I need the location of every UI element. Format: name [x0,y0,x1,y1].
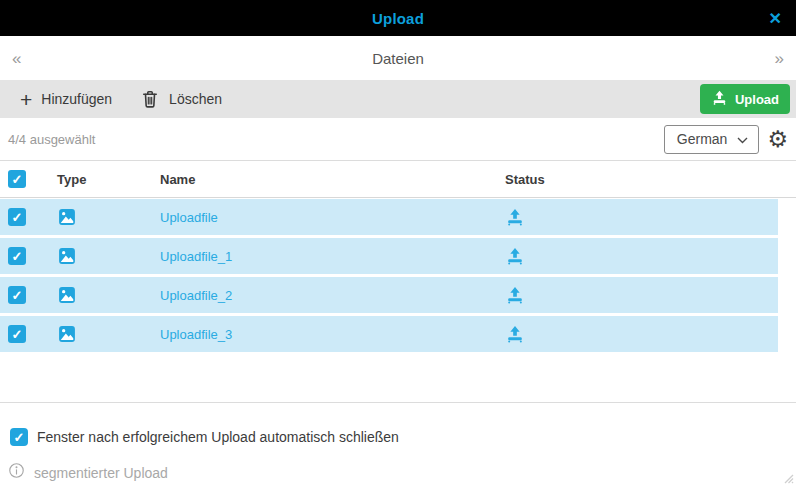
row-checkbox[interactable]: ✓ [8,325,26,343]
gear-icon[interactable]: ⚙ [767,128,788,151]
segmented-upload-label: segmentierter Upload [34,465,168,481]
autoclose-option: ✓ Fenster nach erfolgreichem Upload auto… [10,428,399,446]
column-header-type: Type [57,172,86,187]
upload-status-icon [505,324,525,344]
table-row[interactable]: ✓ Uploadfile_2 [0,277,778,313]
language-select-value: German [677,131,728,147]
prev-page-icon[interactable]: « [12,50,21,67]
resize-grip-icon[interactable] [780,470,794,488]
upload-button-label: Upload [735,92,779,107]
upload-status-icon [505,207,525,227]
image-icon [57,324,77,344]
chevron-down-icon [737,131,748,147]
file-name-link[interactable]: Uploadfile_2 [160,288,232,303]
next-page-icon[interactable]: » [775,50,784,67]
delete-button-label: Löschen [169,91,222,107]
add-button[interactable]: + Hinzufügen [6,80,126,118]
column-header-status: Status [505,172,545,187]
row-checkbox[interactable]: ✓ [8,286,26,304]
row-checkbox[interactable]: ✓ [8,247,26,265]
trash-icon [140,89,160,109]
dialog-title: Upload [372,10,424,27]
table-row[interactable]: ✓ Uploadfile_1 [0,238,778,274]
segmented-upload-info: segmentierter Upload [8,462,168,483]
info-icon [8,462,25,483]
table-header: ✓ Type Name Status [0,161,796,198]
close-icon[interactable]: ✕ [769,0,782,36]
file-name-link[interactable]: Uploadfile_1 [160,249,232,264]
plus-icon: + [20,89,32,110]
dialog-titlebar: Upload ✕ [0,0,796,36]
table-row[interactable]: ✓ Uploadfile [0,199,778,235]
page-title: Dateien [0,50,796,67]
file-list: ✓ Uploadfile ✓ Uploadfile_1 ✓ Upl [0,199,778,355]
footer-divider [0,402,796,403]
toolbar: + Hinzufügen Löschen [0,80,796,118]
table-row[interactable]: ✓ Uploadfile_3 [0,316,778,352]
row-checkbox[interactable]: ✓ [8,208,26,226]
page-nav: « Dateien » [0,36,796,80]
select-all-checkbox[interactable]: ✓ [8,170,26,188]
selection-bar: 4/4 ausgewählt German ⚙ [0,118,796,161]
upload-dialog: Upload ✕ « Dateien » + Hinzufügen Lösche… [0,0,796,490]
add-button-label: Hinzufügen [41,91,112,107]
selection-count: 4/4 ausgewählt [8,132,95,147]
upload-status-icon [505,285,525,305]
language-select[interactable]: German [664,125,760,154]
file-name-link[interactable]: Uploadfile [160,210,218,225]
file-name-link[interactable]: Uploadfile_3 [160,327,232,342]
image-icon [57,246,77,266]
delete-button[interactable]: Löschen [126,80,236,118]
image-icon [57,207,77,227]
autoclose-checkbox[interactable]: ✓ [10,428,28,446]
column-header-name: Name [160,172,195,187]
upload-icon [711,89,728,109]
upload-status-icon [505,246,525,266]
image-icon [57,285,77,305]
autoclose-label: Fenster nach erfolgreichem Upload automa… [37,429,399,445]
upload-button[interactable]: Upload [700,84,790,114]
